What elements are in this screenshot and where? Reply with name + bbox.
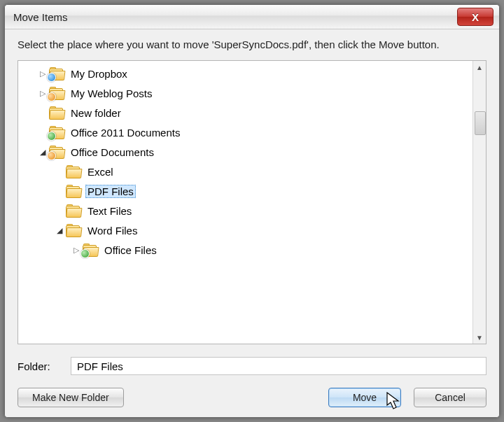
tree-item-label: Office Documents: [69, 146, 156, 159]
window-title: Move Items: [13, 11, 68, 23]
scroll-up-button[interactable]: ▲: [473, 61, 486, 73]
tree-item[interactable]: ◢Word Files: [18, 220, 473, 240]
tree-item[interactable]: ▷Office Files: [18, 240, 473, 260]
folder-icon: [66, 224, 81, 237]
cancel-button[interactable]: Cancel: [414, 388, 486, 407]
close-button[interactable]: X: [457, 8, 493, 26]
chevron-right-icon[interactable]: ▷: [38, 88, 48, 98]
tree-item-label: Word Files: [85, 224, 139, 237]
vertical-scrollbar[interactable]: ▲ ▼: [472, 61, 486, 344]
scroll-down-button[interactable]: ▼: [473, 331, 486, 344]
folder-input-value: PDF Files: [77, 360, 123, 372]
tree-item[interactable]: ▷Text Files: [18, 201, 473, 220]
instruction-text: Select the place where you want to move …: [18, 38, 486, 52]
chevron-right-icon[interactable]: ▷: [71, 245, 81, 255]
folder-icon: [66, 204, 81, 217]
folder-icon: [66, 185, 81, 197]
buttons-row: Make New Folder Move Cancel: [18, 388, 486, 407]
folder-icon: [49, 146, 64, 158]
folder-icon: [49, 87, 64, 99]
folder-input[interactable]: PDF Files: [71, 357, 486, 375]
move-items-dialog: Move Items X Select the place where you …: [4, 4, 500, 418]
tree-item[interactable]: ◢Office Documents: [18, 142, 473, 162]
move-button[interactable]: Move: [328, 388, 401, 407]
folder-icon: [49, 126, 64, 139]
folder-icon: [66, 165, 81, 178]
client-area: Select the place where you want to move …: [5, 29, 499, 417]
tree-item-label: My Dropbox: [69, 67, 130, 80]
tree-item-label: My Weblog Posts: [69, 87, 154, 100]
folder-icon: [49, 106, 64, 119]
tree-item[interactable]: ▷Excel: [18, 162, 473, 181]
tree-item[interactable]: ▷My Weblog Posts: [18, 83, 473, 103]
folder-tree-container: ▷My Dropbox▷My Weblog Posts▷New folder▷O…: [18, 60, 486, 344]
tree-item[interactable]: ▷PDF Files: [18, 181, 473, 201]
chevron-down-icon[interactable]: ◢: [38, 147, 48, 157]
tree-item-label: Office 2011 Documents: [69, 126, 182, 139]
folder-icon: [49, 67, 64, 80]
folder-label: Folder:: [18, 360, 71, 372]
close-icon: X: [472, 11, 479, 23]
chevron-right-icon[interactable]: ▷: [38, 69, 48, 78]
tree-item-label: Office Files: [102, 244, 159, 257]
tree-item-label: New folder: [69, 106, 123, 120]
tree-item[interactable]: ▷My Dropbox: [18, 64, 473, 83]
titlebar[interactable]: Move Items X: [5, 5, 499, 29]
tree-item-label: PDF Files: [85, 185, 136, 198]
make-new-folder-button[interactable]: Make New Folder: [18, 388, 124, 407]
scroll-thumb[interactable]: [475, 111, 486, 135]
chevron-down-icon[interactable]: ◢: [55, 225, 64, 235]
folder-icon: [83, 244, 98, 256]
tree-item-label: Text Files: [85, 204, 134, 218]
folder-tree[interactable]: ▷My Dropbox▷My Weblog Posts▷New folder▷O…: [18, 61, 473, 344]
tree-item-label: Excel: [85, 165, 115, 178]
tree-item[interactable]: ▷New folder: [18, 103, 473, 122]
tree-item[interactable]: ▷Office 2011 Documents: [18, 122, 473, 142]
folder-selection-row: Folder: PDF Files: [18, 357, 486, 375]
